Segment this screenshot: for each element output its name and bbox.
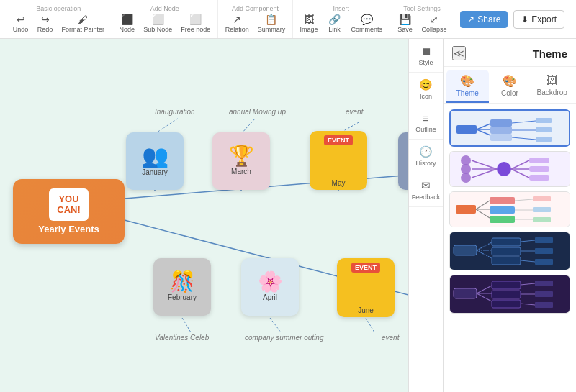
feedback-label: Feedback (412, 193, 441, 201)
february-icon: 🎊 (170, 270, 195, 293)
undo-icon: ↩ (17, 14, 25, 25)
node-february[interactable]: 🎊 February (153, 258, 211, 316)
svg-rect-68 (535, 259, 553, 265)
svg-rect-73 (492, 281, 521, 289)
undo-label: Undo (13, 26, 29, 33)
collapse-button[interactable]: ⤢ Collapse (418, 12, 449, 35)
history-label: History (415, 160, 436, 167)
svg-rect-67 (535, 248, 553, 254)
svg-rect-66 (535, 237, 553, 243)
node-june[interactable]: EVENT June (337, 258, 395, 317)
svg-line-33 (472, 169, 497, 178)
node-april[interactable]: 🌸 April (241, 258, 299, 316)
top-right-buttons: ↗ Share ⬇ Export (454, 0, 570, 38)
summary-button[interactable]: 📋 Summary (255, 12, 289, 35)
svg-line-39 (511, 169, 529, 178)
redo-button[interactable]: ↪ Redo (35, 12, 56, 35)
april-annotation: company summer outing (245, 334, 324, 342)
tab-theme[interactable]: 🎨 Theme (446, 70, 489, 103)
undo-button[interactable]: ↩ Undo (10, 12, 32, 35)
svg-rect-69 (454, 288, 477, 298)
svg-rect-62 (492, 257, 521, 265)
node-may[interactable]: EVENT May (310, 131, 367, 190)
sidebar-title: Theme (533, 47, 567, 60)
relation-label: Relation (225, 26, 249, 33)
icon-icon: 😊 (419, 78, 433, 91)
format-painter-icon: 🖌 (78, 14, 88, 25)
svg-rect-29 (536, 137, 552, 142)
theme-purple[interactable] (449, 151, 570, 187)
add-node-group: Add Node ⬛ Node ⬜ Sub Node ⬜ Free node (112, 0, 218, 38)
export-icon: ⬇ (521, 14, 528, 24)
color-tab-label: Color (501, 89, 518, 97)
svg-line-37 (511, 160, 529, 169)
outline-button[interactable]: ≡ Outline (409, 106, 443, 140)
sub-node-button[interactable]: ⬜ Sub Node (140, 12, 175, 35)
svg-rect-56 (454, 245, 477, 255)
style-icon: ◼ (422, 45, 431, 58)
sidebar-collapse-button[interactable]: ≪ (452, 46, 466, 60)
theme-blue[interactable] (449, 109, 570, 147)
save-button[interactable]: 💾 Save (394, 12, 415, 35)
may-label: May (332, 179, 346, 187)
svg-line-10 (155, 118, 179, 134)
image-label: Image (300, 26, 318, 33)
node-button[interactable]: ⬛ Node (116, 12, 138, 35)
link-button[interactable]: 🔗 Link (324, 12, 346, 35)
svg-line-16 (366, 318, 374, 332)
share-label: Share (477, 14, 500, 24)
summary-label: Summary (258, 26, 286, 33)
svg-line-76 (521, 283, 535, 285)
theme-dark[interactable] (449, 232, 570, 270)
svg-line-15 (270, 318, 281, 332)
node-march[interactable]: 🏆 March (212, 132, 270, 190)
theme-dark-preview (450, 232, 570, 270)
tab-color[interactable]: 🎨 Color (489, 70, 531, 103)
svg-line-70 (477, 286, 492, 293)
svg-rect-53 (533, 196, 551, 201)
export-button[interactable]: ⬇ Export (513, 10, 564, 29)
svg-rect-41 (529, 166, 549, 172)
february-annotation: Valentines Celeb (155, 334, 209, 342)
svg-rect-81 (535, 302, 553, 308)
may-badge: EVENT (324, 135, 353, 145)
feedback-button[interactable]: ✉ Feedback (409, 173, 443, 207)
format-painter-button[interactable]: 🖌 Format Painter (59, 12, 108, 35)
icon-label: Icon (420, 93, 432, 100)
node-august[interactable]: 👥 August (398, 132, 408, 190)
svg-rect-21 (490, 119, 512, 127)
link-icon: 🔗 (328, 14, 341, 25)
backdrop-tab-icon: 🖼 (546, 74, 558, 87)
canvas[interactable]: YOUCAN! Yearly Events 👥 January Inaugura… (0, 39, 408, 392)
theme-blue-preview (451, 111, 569, 145)
relation-button[interactable]: ↗ Relation (222, 12, 252, 35)
april-icon: 🌸 (258, 270, 283, 293)
comments-label: Comments (351, 26, 383, 33)
svg-point-36 (461, 173, 471, 183)
node-january[interactable]: 👥 January (126, 132, 184, 190)
image-button[interactable]: 🖼 Image (297, 12, 321, 35)
free-node-icon: ⬜ (189, 14, 202, 25)
tab-backdrop[interactable]: 🖼 Backdrop (531, 70, 573, 103)
history-button[interactable]: 🕐 History (409, 140, 443, 173)
free-node-button[interactable]: ⬜ Free node (178, 12, 213, 35)
style-button[interactable]: ◼ Style (409, 39, 443, 73)
theme-dark2-preview (450, 275, 570, 313)
sidebar-tabs: 🎨 Theme 🎨 Color 🖼 Backdrop (444, 67, 576, 104)
root-node[interactable]: YOUCAN! Yearly Events (13, 179, 125, 244)
add-component-group: Add Component ↗ Relation 📋 Summary (218, 0, 293, 38)
share-button[interactable]: ↗ Share (460, 11, 508, 28)
comments-icon: 💬 (361, 14, 373, 25)
svg-rect-60 (492, 238, 521, 246)
comments-button[interactable]: 💬 Comments (348, 12, 386, 35)
theme-dark2[interactable] (449, 275, 570, 314)
svg-line-11 (241, 118, 256, 134)
theme-tab-label: Theme (456, 89, 479, 97)
march-annotation: annual Moving up (229, 108, 286, 116)
svg-point-30 (497, 162, 511, 176)
svg-line-57 (477, 242, 492, 250)
icon-button[interactable]: 😊 Icon (409, 73, 443, 106)
june-label: June (358, 306, 374, 314)
redo-label: Redo (37, 26, 53, 33)
theme-multicolor[interactable] (449, 191, 570, 227)
